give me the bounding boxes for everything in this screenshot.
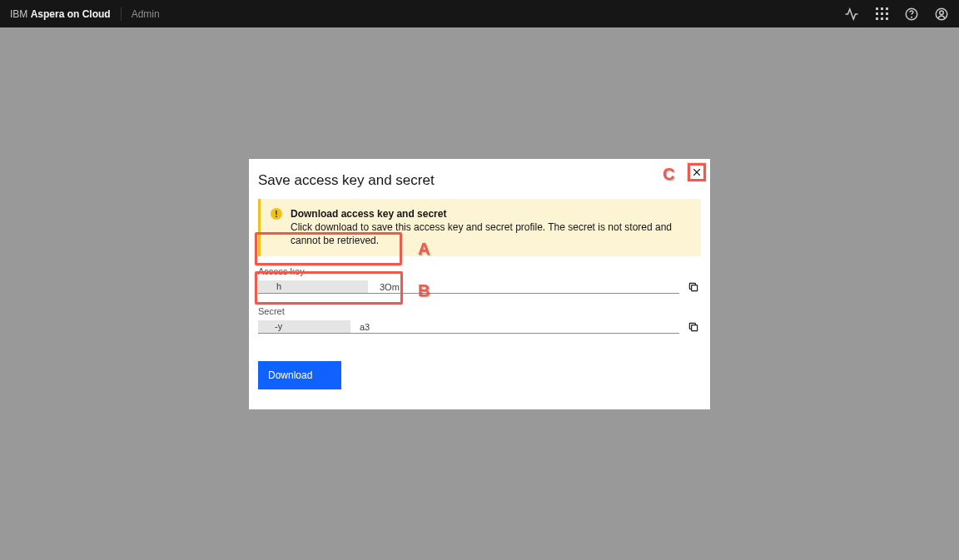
copy-secret-button[interactable]	[686, 320, 701, 335]
brand-prefix: IBM	[10, 8, 31, 20]
access-key-field[interactable]	[258, 280, 679, 294]
notice-title: Download access key and secret	[291, 207, 691, 221]
download-button[interactable]: Download	[258, 361, 341, 389]
close-button[interactable]	[688, 163, 706, 181]
secret-field[interactable]	[258, 320, 679, 334]
annotation-b: B	[418, 281, 430, 300]
brand-main: Aspera on Cloud	[31, 8, 111, 20]
download-label: Download	[268, 369, 312, 381]
secret-group: Secret -y a3	[258, 306, 701, 335]
notice-body: Click download to save this access key a…	[291, 221, 691, 247]
notice-texts: Download access key and secret Click dow…	[291, 207, 691, 248]
warning-icon: !	[271, 208, 282, 220]
svg-rect-6	[692, 285, 698, 290]
access-key-group: Access key h 3Om	[258, 266, 701, 295]
apps-icon[interactable]	[874, 7, 889, 22]
warning-notice: ! Download access key and secret Click d…	[258, 199, 701, 256]
activity-icon[interactable]	[844, 7, 859, 22]
brand: IBM Aspera on Cloud	[10, 8, 111, 20]
help-icon[interactable]	[904, 7, 919, 22]
secret-prefix: -y	[275, 321, 282, 331]
svg-point-1	[912, 17, 912, 17]
modal-title: Save access key and secret	[249, 172, 710, 199]
header-divider	[121, 7, 122, 21]
annotation-a: A	[418, 240, 430, 259]
svg-point-3	[940, 10, 944, 14]
access-key-label: Access key	[258, 266, 701, 276]
copy-access-key-button[interactable]	[686, 280, 701, 295]
access-key-suffix: 3Om	[380, 282, 400, 292]
save-access-key-modal: Save access key and secret ! Download ac…	[249, 159, 710, 409]
header-actions	[844, 7, 949, 22]
user-icon[interactable]	[934, 7, 949, 22]
access-key-prefix: h	[276, 281, 281, 291]
annotation-c: C	[663, 165, 674, 184]
section-label: Admin	[132, 8, 160, 20]
secret-label: Secret	[258, 306, 701, 316]
secret-suffix: a3	[360, 322, 370, 332]
svg-rect-7	[692, 325, 698, 330]
app-header: IBM Aspera on Cloud Admin	[0, 0, 959, 27]
